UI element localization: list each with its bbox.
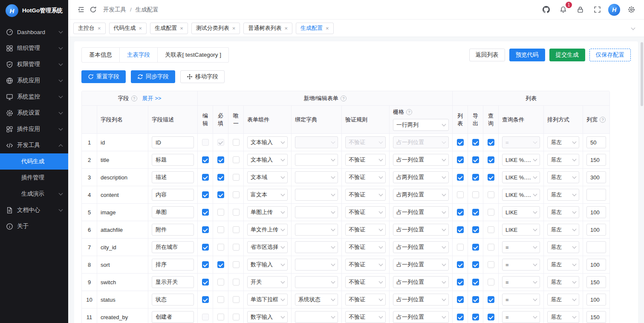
query-checkbox[interactable] bbox=[488, 279, 494, 286]
field-desc-input[interactable] bbox=[152, 259, 194, 271]
align-select[interactable]: 居左 bbox=[547, 136, 579, 148]
expand-fields-link[interactable]: 展开 >> bbox=[142, 95, 162, 101]
validation-rule-select[interactable]: 不验证 bbox=[345, 171, 386, 183]
column-width-input[interactable] bbox=[586, 206, 606, 218]
export-checkbox[interactable] bbox=[472, 296, 479, 303]
query-checkbox[interactable] bbox=[488, 209, 494, 216]
form-component-select[interactable]: 单文件上传 bbox=[247, 224, 288, 236]
fullscreen-icon[interactable] bbox=[591, 4, 603, 16]
export-checkbox[interactable] bbox=[472, 174, 479, 181]
grid-select[interactable]: 占一列位置 bbox=[393, 241, 449, 253]
form-component-select[interactable]: 省市区选择 bbox=[247, 241, 288, 253]
required-checkbox[interactable] bbox=[217, 174, 224, 181]
required-checkbox[interactable] bbox=[217, 261, 224, 268]
required-checkbox[interactable] bbox=[217, 226, 224, 233]
align-select[interactable]: 居左 bbox=[547, 276, 579, 288]
query-checkbox[interactable] bbox=[488, 139, 494, 146]
query-condition-select[interactable]: LIKE %...% bbox=[502, 154, 540, 166]
unique-checkbox[interactable] bbox=[233, 314, 240, 320]
bind-dict-select[interactable] bbox=[295, 311, 338, 323]
form-component-select[interactable]: 单选下拉框 bbox=[247, 294, 288, 306]
column-width-input[interactable] bbox=[586, 224, 606, 236]
list-checkbox[interactable] bbox=[457, 279, 464, 286]
edit-checkbox[interactable] bbox=[202, 174, 209, 181]
edit-checkbox[interactable] bbox=[202, 156, 209, 163]
query-checkbox[interactable] bbox=[488, 191, 494, 198]
bind-dict-select[interactable] bbox=[295, 259, 338, 271]
list-checkbox[interactable] bbox=[457, 296, 464, 303]
align-select[interactable]: 居左 bbox=[547, 206, 579, 218]
grid-select[interactable]: 占一列位置 bbox=[393, 294, 449, 306]
export-checkbox[interactable] bbox=[472, 139, 479, 146]
bind-dict-select[interactable] bbox=[295, 136, 338, 148]
validation-rule-select[interactable]: 不验证 bbox=[345, 294, 386, 306]
column-width-input[interactable] bbox=[586, 189, 606, 201]
edit-checkbox[interactable] bbox=[202, 191, 209, 198]
edit-checkbox[interactable] bbox=[202, 139, 209, 146]
query-condition-select[interactable]: = bbox=[502, 276, 540, 288]
form-component-select[interactable]: 开关 bbox=[247, 276, 288, 288]
query-condition-select[interactable]: LIKE %...% bbox=[502, 171, 540, 183]
list-checkbox[interactable] bbox=[457, 314, 464, 320]
grid-select[interactable]: 占两列位置 bbox=[393, 171, 449, 183]
unique-checkbox[interactable] bbox=[233, 156, 240, 163]
align-select[interactable]: 居左 bbox=[547, 189, 579, 201]
column-width-input[interactable] bbox=[586, 154, 606, 166]
query-checkbox[interactable] bbox=[488, 244, 494, 251]
back-to-list-button[interactable]: 返回列表 bbox=[469, 49, 505, 61]
sidebar-item-generation-demo[interactable]: 生成演示 bbox=[0, 186, 68, 202]
column-width-input[interactable] bbox=[586, 259, 606, 271]
grid-select[interactable]: 占一列位置 bbox=[393, 154, 449, 166]
required-checkbox[interactable] bbox=[217, 279, 224, 286]
unique-checkbox[interactable] bbox=[233, 226, 240, 233]
export-checkbox[interactable] bbox=[472, 209, 479, 216]
refresh-icon[interactable] bbox=[87, 4, 99, 16]
grid-layout-select[interactable]: 一行两列 bbox=[393, 119, 449, 131]
unique-checkbox[interactable] bbox=[233, 296, 240, 303]
column-width-input[interactable] bbox=[586, 311, 606, 323]
column-width-input[interactable] bbox=[586, 294, 606, 306]
field-desc-input[interactable] bbox=[152, 189, 194, 201]
list-checkbox[interactable] bbox=[457, 226, 464, 233]
bind-dict-select[interactable] bbox=[295, 276, 338, 288]
unique-checkbox[interactable] bbox=[233, 174, 240, 181]
sidebar-item-code-generation[interactable]: 代码生成 bbox=[0, 153, 68, 170]
query-condition-select[interactable]: LIKE %...% bbox=[502, 189, 540, 201]
validation-rule-select[interactable]: 不验证 bbox=[345, 154, 386, 166]
close-tab-icon[interactable]: × bbox=[326, 26, 329, 31]
query-checkbox[interactable] bbox=[488, 314, 494, 320]
form-component-select[interactable]: 数字输入 bbox=[247, 259, 288, 271]
align-select[interactable]: 居左 bbox=[547, 171, 579, 183]
bind-dict-select[interactable] bbox=[295, 154, 338, 166]
required-checkbox[interactable] bbox=[217, 314, 224, 320]
sidebar-item-system-monitor[interactable]: 系统监控 bbox=[0, 89, 68, 105]
unique-checkbox[interactable] bbox=[233, 244, 240, 251]
field-desc-input[interactable] bbox=[152, 154, 194, 166]
close-tab-icon[interactable]: × bbox=[139, 26, 142, 31]
unique-checkbox[interactable] bbox=[233, 279, 240, 286]
tabbar-more-button[interactable] bbox=[627, 22, 639, 34]
edit-checkbox[interactable] bbox=[202, 279, 209, 286]
sidebar-item-system-app[interactable]: 系统应用 bbox=[0, 72, 68, 89]
column-width-input[interactable] bbox=[586, 241, 606, 253]
field-desc-input[interactable] bbox=[152, 311, 194, 323]
required-checkbox[interactable] bbox=[217, 139, 224, 146]
move-fields-button[interactable]: 移动字段 bbox=[180, 70, 225, 83]
sidebar-item-org-management[interactable]: 组织管理 bbox=[0, 40, 68, 56]
page-tab[interactable]: 测试分类列表× bbox=[191, 23, 240, 34]
edit-checkbox[interactable] bbox=[202, 244, 209, 251]
form-component-select[interactable]: 文本输入 bbox=[247, 154, 288, 166]
field-desc-input[interactable] bbox=[152, 171, 194, 183]
validation-rule-select[interactable]: 不验证 bbox=[345, 224, 386, 236]
column-width-input[interactable] bbox=[586, 171, 606, 183]
page-tab[interactable]: 生成配置× bbox=[296, 23, 334, 34]
preview-code-button[interactable]: 预览代码 bbox=[509, 49, 545, 61]
grid-select[interactable]: 占两列位置 bbox=[393, 189, 449, 201]
export-checkbox[interactable] bbox=[472, 226, 479, 233]
edit-checkbox[interactable] bbox=[202, 314, 209, 320]
list-checkbox[interactable] bbox=[457, 191, 464, 198]
sidebar-item-about[interactable]: 关于 bbox=[0, 218, 68, 234]
sidebar-item-dashboard[interactable]: Dashboard bbox=[0, 24, 68, 40]
align-select[interactable]: 居左 bbox=[547, 224, 579, 236]
query-condition-select[interactable]: LIKE bbox=[502, 206, 540, 218]
